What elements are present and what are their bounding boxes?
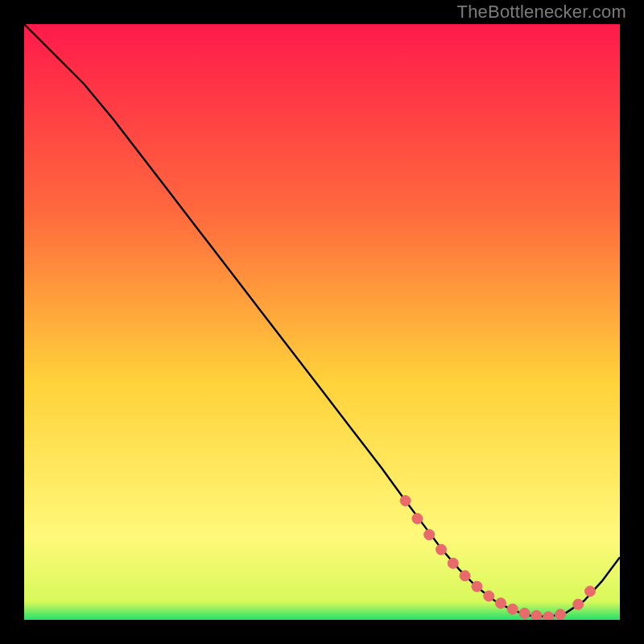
marker-point [555, 609, 566, 620]
marker-point [484, 591, 494, 601]
marker-point [448, 558, 458, 568]
gradient-background [24, 24, 620, 620]
marker-point [585, 586, 596, 597]
watermark-text: TheBottlenecker.com [457, 2, 626, 23]
marker-point [531, 610, 542, 620]
chart-frame [16, 16, 628, 628]
chart-svg [24, 24, 620, 620]
marker-point [496, 598, 506, 609]
marker-point [460, 571, 470, 581]
marker-point [436, 544, 447, 555]
marker-point [573, 599, 584, 609]
marker-point [400, 496, 411, 506]
marker-point [424, 530, 435, 540]
marker-point [543, 612, 554, 620]
chart-plot-area [24, 24, 620, 620]
marker-point [519, 608, 530, 618]
marker-point [507, 604, 518, 614]
marker-point [472, 581, 482, 592]
marker-point [412, 514, 423, 524]
